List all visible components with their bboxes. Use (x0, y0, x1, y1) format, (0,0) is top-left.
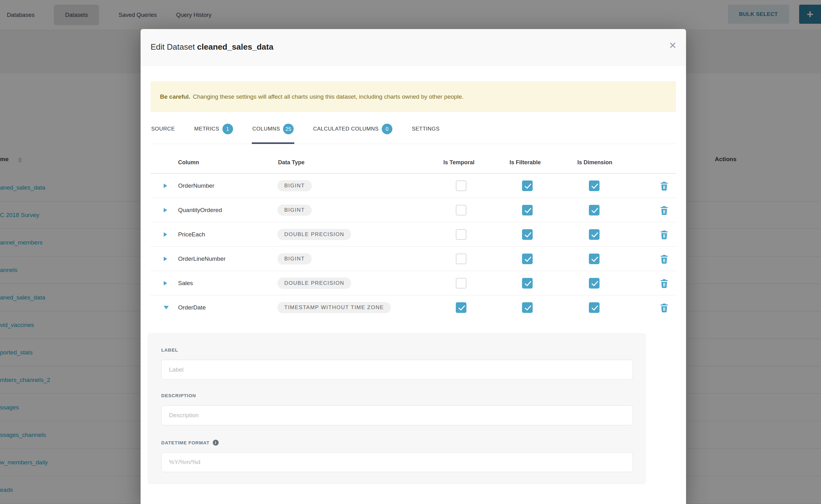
table-row: OrderDate TIMESTAMP WITHOUT TIME ZONE (151, 295, 676, 320)
modal-tabs: SOURCE METRICS1 COLUMNS25 CALCULATED COL… (151, 116, 676, 144)
warning-banner: Be careful. Changing these settings will… (151, 81, 676, 112)
header-data-type: Data Type (278, 159, 304, 166)
modal-title-dataset-name: cleaned_sales_data (197, 42, 273, 52)
is-temporal-checkbox[interactable] (456, 254, 467, 264)
table-row: OrderNumber BIGINT (151, 174, 676, 198)
column-name: PriceEach (178, 231, 205, 238)
delete-column-icon[interactable] (659, 205, 670, 215)
datetime-format-label-text: DATETIME FORMAT (161, 440, 210, 445)
tab-settings[interactable]: SETTINGS (411, 116, 440, 144)
tab-metrics[interactable]: METRICS1 (194, 116, 234, 144)
tab-source[interactable]: SOURCE (151, 116, 176, 144)
tab-calculated-columns[interactable]: CALCULATED COLUMNS0 (312, 116, 393, 144)
is-temporal-checkbox[interactable] (456, 229, 467, 240)
data-type-pill: DOUBLE PRECISION (277, 229, 351, 240)
screen: Databases Datasets Saved Queries Query H… (0, 0, 821, 504)
tab-label: COLUMNS (252, 126, 280, 132)
column-name: QuantityOrdered (178, 207, 222, 214)
header-is-filterable: Is Filterable (510, 159, 541, 166)
modal-header: Edit Dataset cleaned_sales_data ✕ (141, 29, 686, 66)
modal-title-prefix: Edit Dataset (151, 42, 197, 52)
table-row: PriceEach DOUBLE PRECISION (151, 222, 676, 247)
data-type-pill: BIGINT (277, 205, 312, 216)
delete-column-icon[interactable] (659, 278, 670, 289)
is-temporal-checkbox[interactable] (456, 278, 467, 289)
delete-column-icon[interactable] (659, 180, 670, 191)
label-field-label: LABEL (161, 347, 178, 353)
columns-table: Column Data Type Is Temporal Is Filterab… (151, 152, 676, 320)
is-temporal-checkbox[interactable] (456, 302, 467, 313)
warning-text: Changing these settings will affect all … (193, 93, 464, 100)
table-row: OrderLineNumber BIGINT (151, 247, 676, 271)
data-type-pill: BIGINT (277, 180, 312, 191)
data-type-pill: BIGINT (277, 253, 312, 264)
tab-label: SETTINGS (412, 126, 440, 132)
info-icon[interactable]: i (213, 440, 219, 446)
is-filterable-checkbox[interactable] (522, 180, 533, 191)
columns-count-badge: 25 (283, 124, 294, 134)
is-temporal-checkbox[interactable] (456, 180, 467, 191)
is-dimension-checkbox[interactable] (589, 254, 600, 264)
close-icon[interactable]: ✕ (669, 41, 677, 50)
description-input[interactable] (161, 405, 633, 425)
is-filterable-checkbox[interactable] (522, 254, 533, 264)
modal-title: Edit Dataset cleaned_sales_data (151, 42, 273, 52)
expand-caret-icon[interactable] (164, 257, 167, 261)
is-dimension-checkbox[interactable] (589, 302, 600, 313)
is-filterable-checkbox[interactable] (522, 278, 533, 289)
is-dimension-checkbox[interactable] (589, 180, 600, 191)
table-row: QuantityOrdered BIGINT (151, 198, 676, 222)
is-filterable-checkbox[interactable] (522, 302, 533, 313)
is-temporal-checkbox[interactable] (456, 205, 467, 215)
expand-caret-icon[interactable] (164, 281, 167, 285)
edit-dataset-modal: Edit Dataset cleaned_sales_data ✕ Be car… (141, 29, 686, 504)
header-column: Column (178, 159, 199, 166)
columns-table-header: Column Data Type Is Temporal Is Filterab… (151, 152, 676, 174)
description-field-label: DESCRIPTION (161, 393, 196, 398)
warning-bold-text: Be careful. (160, 93, 190, 100)
tab-label: CALCULATED COLUMNS (313, 126, 378, 132)
header-is-dimension: Is Dimension (577, 159, 612, 166)
table-row: Sales DOUBLE PRECISION (151, 271, 676, 295)
is-dimension-checkbox[interactable] (589, 229, 600, 240)
data-type-pill: DOUBLE PRECISION (277, 278, 351, 289)
column-name: OrderLineNumber (178, 255, 225, 262)
calculated-columns-count-badge: 0 (382, 124, 392, 134)
tab-columns[interactable]: COLUMNS25 (252, 116, 294, 144)
column-name: OrderNumber (178, 182, 214, 189)
column-name: Sales (178, 280, 193, 287)
data-type-pill: TIMESTAMP WITHOUT TIME ZONE (277, 302, 391, 313)
expand-caret-icon[interactable] (164, 184, 167, 188)
is-filterable-checkbox[interactable] (522, 205, 533, 215)
column-name: OrderDate (178, 304, 206, 311)
label-input[interactable] (161, 360, 633, 380)
datetime-format-input[interactable] (161, 452, 633, 472)
is-dimension-checkbox[interactable] (589, 278, 600, 289)
delete-column-icon[interactable] (659, 229, 670, 240)
expand-caret-icon[interactable] (164, 208, 167, 212)
tab-label: SOURCE (151, 126, 175, 132)
delete-column-icon[interactable] (659, 254, 670, 264)
collapse-caret-icon[interactable] (164, 306, 169, 309)
tab-label: METRICS (194, 126, 219, 132)
is-dimension-checkbox[interactable] (589, 205, 600, 215)
header-is-temporal: Is Temporal (443, 159, 475, 166)
is-filterable-checkbox[interactable] (522, 229, 533, 240)
delete-column-icon[interactable] (659, 302, 670, 313)
expand-caret-icon[interactable] (164, 232, 167, 237)
datetime-format-field-label: DATETIME FORMATi (161, 440, 219, 446)
column-detail-panel: LABEL DESCRIPTION DATETIME FORMATi (148, 333, 646, 484)
metrics-count-badge: 1 (222, 124, 233, 134)
